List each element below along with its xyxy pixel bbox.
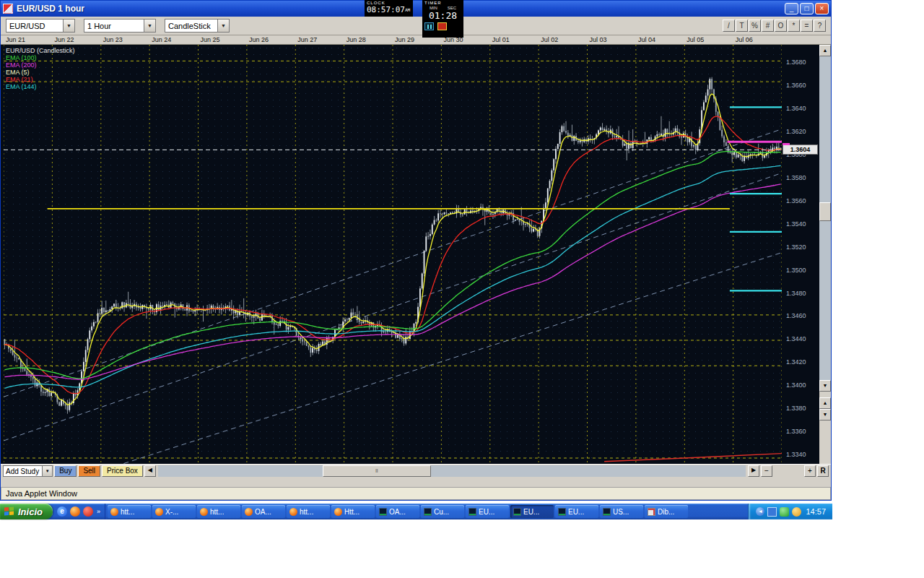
scale-up-button[interactable]: ▲ bbox=[819, 397, 831, 409]
chart-type-select[interactable]: CandleStick ▼ bbox=[165, 19, 230, 33]
date-label: Jun 23 bbox=[103, 36, 123, 43]
current-price-tag: 1.3604 bbox=[783, 144, 818, 155]
firefox-icon bbox=[200, 508, 208, 516]
help-icon[interactable]: ? bbox=[814, 20, 826, 32]
network-icon[interactable] bbox=[767, 507, 777, 517]
percent-icon[interactable]: % bbox=[749, 20, 761, 32]
chevron-down-icon[interactable]: ▼ bbox=[63, 20, 74, 32]
internet-explorer-icon[interactable]: e bbox=[57, 506, 67, 517]
price-tick-label: 1.3460 bbox=[786, 312, 806, 319]
refresh-icon[interactable]: O bbox=[775, 20, 787, 32]
price-tick-label: 1.3380 bbox=[786, 405, 806, 412]
interval-value: 1 Hour bbox=[84, 20, 144, 32]
price-tick-label: 1.3680 bbox=[786, 59, 806, 66]
buy-button[interactable]: Buy bbox=[54, 465, 77, 477]
start-button[interactable]: Inicio bbox=[0, 504, 53, 519]
chart-legend: EUR/USD (Candlestick)EMA (100)EMA (200)E… bbox=[6, 47, 75, 90]
firefox-icon bbox=[245, 508, 253, 516]
price-tick-label: 1.3480 bbox=[786, 290, 806, 297]
price-marker bbox=[783, 143, 790, 145]
title-bar[interactable]: EUR/USD 1 hour _ □ × bbox=[1, 1, 831, 17]
price-box-button[interactable]: Price Box bbox=[102, 465, 143, 477]
hide-icons-icon[interactable]: ◄ bbox=[756, 507, 764, 516]
price-axis: 1.3604 1.36801.36601.36401.36201.36001.3… bbox=[782, 45, 819, 464]
taskbar-button-label: Cu... bbox=[434, 508, 449, 516]
settings-icon[interactable]: * bbox=[788, 20, 800, 32]
firefox-icon[interactable] bbox=[70, 506, 80, 517]
chart-window: EUR/USD 1 hour _ □ × EUR/USD ▼ 1 Hour ▼ … bbox=[0, 0, 832, 501]
print-icon[interactable]: = bbox=[801, 20, 813, 32]
firefox-icon bbox=[155, 508, 163, 516]
date-label: Jul 06 bbox=[736, 36, 753, 43]
taskbar-button-label: EU... bbox=[523, 508, 539, 516]
price-plot[interactable] bbox=[4, 45, 782, 464]
reset-button[interactable]: R bbox=[817, 465, 829, 477]
add-study-select[interactable]: Add Study ▼ bbox=[3, 465, 53, 477]
sell-button[interactable]: Sell bbox=[78, 465, 100, 477]
vertical-scrollbar[interactable]: ▲ ▼ ▲ ▼ bbox=[819, 45, 831, 464]
chevron-down-icon[interactable]: ▼ bbox=[144, 20, 155, 32]
symbol-select[interactable]: EUR/USD ▼ bbox=[6, 19, 75, 33]
clock-time: 08:57:07AM bbox=[367, 6, 411, 14]
chart-toolbar: EUR/USD ▼ 1 Hour ▼ CandleStick ▼ /T%#O*=… bbox=[1, 17, 831, 35]
taskbar-button-label: OA... bbox=[389, 508, 406, 516]
taskbar-button[interactable]: Cu... bbox=[421, 505, 464, 518]
taskbar-button[interactable]: US... bbox=[600, 505, 643, 518]
timer-value: 01:28 bbox=[424, 11, 461, 21]
timer-stop-button[interactable] bbox=[437, 22, 447, 30]
taskbar-button[interactable]: htt... bbox=[197, 505, 240, 518]
chevron-down-icon[interactable]: ▼ bbox=[42, 466, 52, 476]
scroll-left-button[interactable]: ◀ bbox=[144, 465, 156, 477]
quick-launch-overflow-icon[interactable]: » bbox=[96, 508, 100, 515]
quick-launch-bar: e» bbox=[53, 504, 105, 519]
add-study-value: Add Study bbox=[4, 466, 42, 476]
taskbar-buttons: htt...X-...htt...OA...htt...Htt...OA...C… bbox=[105, 504, 749, 519]
restore-button[interactable]: □ bbox=[800, 3, 814, 14]
taskbar-button-label: htt... bbox=[121, 508, 134, 516]
price-tick-label: 1.3520 bbox=[786, 243, 806, 251]
taskbar-button[interactable]: EU... bbox=[555, 505, 598, 518]
java-applet-status-bar: Java Applet Window bbox=[1, 487, 831, 500]
toolbar-icon-buttons: /T%#O*=? bbox=[723, 20, 826, 32]
taskbar-button[interactable]: htt... bbox=[287, 505, 330, 518]
grid-icon[interactable]: # bbox=[762, 20, 774, 32]
zoom-in-button[interactable]: + bbox=[804, 465, 816, 477]
zoom-out-button[interactable]: − bbox=[761, 465, 772, 477]
scroll-down-button[interactable]: ▼ bbox=[819, 380, 831, 392]
antivirus-icon[interactable] bbox=[792, 507, 801, 517]
taskbar-button[interactable]: Htt... bbox=[331, 505, 375, 518]
taskbar-button[interactable]: OA... bbox=[376, 505, 419, 518]
taskbar-button[interactable]: EU... bbox=[510, 505, 554, 518]
horizontal-scroll-thumb[interactable]: II bbox=[323, 465, 431, 477]
scroll-right-button[interactable]: ▶ bbox=[748, 465, 759, 477]
taskbar-button[interactable]: Dib... bbox=[645, 505, 688, 518]
chevron-down-icon[interactable]: ▼ bbox=[217, 20, 229, 32]
horizontal-scroll-track[interactable]: II bbox=[158, 465, 746, 477]
interval-select[interactable]: 1 Hour ▼ bbox=[84, 19, 156, 33]
text-note-icon[interactable]: T bbox=[736, 20, 748, 32]
taskbar-button[interactable]: EU... bbox=[466, 505, 509, 518]
vertical-scroll-track[interactable] bbox=[819, 56, 831, 380]
date-label: Jul 01 bbox=[492, 36, 510, 43]
vertical-scroll-thumb[interactable] bbox=[819, 202, 831, 221]
scale-down-button[interactable]: ▼ bbox=[819, 409, 831, 420]
close-button[interactable]: × bbox=[815, 3, 829, 14]
timer-pause-button[interactable] bbox=[424, 22, 434, 30]
taskbar-button[interactable]: htt... bbox=[108, 505, 151, 518]
taskbar-button-label: Htt... bbox=[344, 508, 359, 516]
messenger-icon[interactable] bbox=[780, 507, 789, 517]
minimize-button[interactable]: _ bbox=[785, 3, 798, 14]
price-tick-label: 1.3360 bbox=[786, 428, 806, 435]
price-tick-label: 1.3580 bbox=[786, 174, 806, 181]
date-label: Jun 22 bbox=[54, 36, 74, 43]
date-label: Jun 29 bbox=[395, 36, 414, 43]
draw-line-icon[interactable]: / bbox=[723, 20, 735, 32]
scroll-up-button[interactable]: ▲ bbox=[819, 45, 831, 56]
date-label: Jun 25 bbox=[201, 36, 220, 43]
date-label: Jun 28 bbox=[346, 36, 366, 43]
opera-icon[interactable] bbox=[83, 506, 93, 517]
taskbar-button[interactable]: X-... bbox=[152, 505, 196, 518]
clock-gadget: CLOCK 08:57:07AM bbox=[365, 0, 413, 17]
taskbar-button[interactable]: OA... bbox=[242, 505, 285, 518]
chart-type-value: CandleStick bbox=[165, 20, 217, 32]
